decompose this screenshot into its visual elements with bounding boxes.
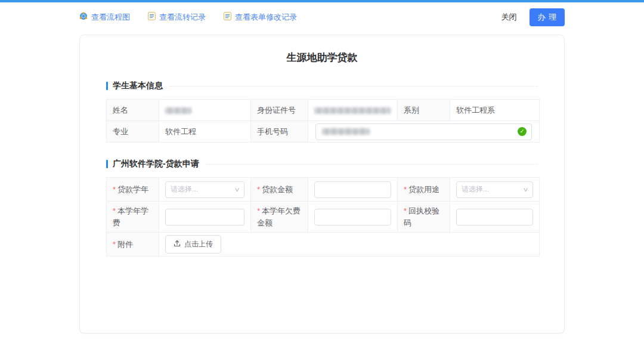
toolbar-actions: 关闭 办 理 xyxy=(501,8,565,26)
loan-year-cell: 请选择... ∨ xyxy=(159,178,251,202)
document-icon xyxy=(148,12,156,22)
loan-purpose-label-text: 贷款用途 xyxy=(408,185,439,194)
required-mark: * xyxy=(113,206,116,215)
attachment-label-text: 附件 xyxy=(117,240,133,249)
arrears-input[interactable] xyxy=(314,209,391,225)
phone-label: 手机号码 xyxy=(251,121,308,143)
loan-year-select[interactable]: 请选择... ∨ xyxy=(165,181,244,198)
section-accent-bar xyxy=(106,82,108,90)
section-divider xyxy=(170,86,538,86)
name-label: 姓名 xyxy=(107,100,159,121)
major-label: 专业 xyxy=(107,121,159,143)
loan-purpose-select[interactable]: 请选择... ∨ xyxy=(456,181,533,198)
view-flowchart-label: 查看流程图 xyxy=(91,12,130,23)
page-title: 生源地助学贷款 xyxy=(106,35,538,64)
arrears-label-text: 本学年欠费金额 xyxy=(257,206,301,227)
section-loan-application: 广州软件学院-贷款申请 xyxy=(106,159,538,169)
loan-application-table: *贷款学年 请选择... ∨ *贷款金额 *贷款用途 请选择... ∨ *本学年… xyxy=(106,177,540,256)
student-info-table: 姓名 身份证件号 系别 软件工程系 专业 软件工程 手机号码 ✓ xyxy=(106,99,540,143)
attachment-cell: 点击上传 xyxy=(159,233,540,256)
select-placeholder: 请选择... xyxy=(462,184,489,194)
process-button[interactable]: 办 理 xyxy=(530,8,565,26)
section-divider xyxy=(206,164,538,165)
department-value: 软件工程系 xyxy=(450,100,540,121)
upload-button-label: 点击上传 xyxy=(184,239,213,249)
loan-amount-label-text: 贷款金额 xyxy=(262,185,293,194)
section-accent-bar xyxy=(106,160,108,168)
table-row: *贷款学年 请选择... ∨ *贷款金额 *贷款用途 请选择... ∨ xyxy=(107,178,540,202)
loan-amount-cell xyxy=(308,178,398,202)
select-placeholder: 请选择... xyxy=(171,184,198,194)
required-mark: * xyxy=(113,185,116,194)
upload-button[interactable]: 点击上传 xyxy=(165,235,221,254)
tuition-label-text: 本学年学费 xyxy=(113,206,148,227)
required-mark: * xyxy=(404,206,407,215)
toolbar: 查看流程图 查看流转记录 查看表 xyxy=(0,2,644,32)
section-student-info-title: 学生基本信息 xyxy=(113,81,163,91)
chevron-down-icon: ∨ xyxy=(234,186,240,193)
tuition-label: *本学年学费 xyxy=(107,202,159,233)
phone-input[interactable]: ✓ xyxy=(315,123,532,140)
view-form-edit-records-label: 查看表单修改记录 xyxy=(235,12,297,23)
close-button[interactable]: 关闭 xyxy=(501,12,516,23)
section-loan-application-title: 广州软件学院-贷款申请 xyxy=(113,159,199,169)
receipt-code-label-text: 回执校验码 xyxy=(404,206,439,227)
required-mark: * xyxy=(113,240,116,249)
table-row: *附件 点击上传 xyxy=(107,233,540,256)
tuition-cell xyxy=(159,202,251,233)
loan-amount-input[interactable] xyxy=(314,181,391,198)
name-value xyxy=(159,100,251,121)
table-row: 专业 软件工程 手机号码 ✓ xyxy=(107,121,540,143)
table-row: 姓名 身份证件号 系别 软件工程系 xyxy=(107,100,540,121)
loan-year-label: *贷款学年 xyxy=(107,178,159,202)
department-label: 系别 xyxy=(398,100,450,121)
upload-icon xyxy=(174,240,181,249)
loan-purpose-label: *贷款用途 xyxy=(398,178,450,202)
chevron-down-icon: ∨ xyxy=(522,186,528,193)
receipt-code-input[interactable] xyxy=(456,209,533,225)
attachment-label: *附件 xyxy=(107,233,159,256)
document-icon xyxy=(224,12,231,22)
loan-amount-label: *贷款金额 xyxy=(251,178,308,202)
view-transfer-records-link[interactable]: 查看流转记录 xyxy=(148,12,206,23)
id-number-label: 身份证件号 xyxy=(251,100,308,121)
table-row: *本学年学费 *本学年欠费金额 *回执校验码 xyxy=(107,202,540,233)
required-mark: * xyxy=(404,185,407,194)
flowchart-icon xyxy=(79,12,88,22)
id-number-value xyxy=(308,100,398,121)
required-mark: * xyxy=(257,206,260,215)
view-transfer-records-label: 查看流转记录 xyxy=(159,12,206,23)
view-form-edit-records-link[interactable]: 查看表单修改记录 xyxy=(224,12,297,23)
major-value: 软件工程 xyxy=(159,121,251,143)
toolbar-links: 查看流程图 查看流转记录 查看表 xyxy=(79,12,297,23)
loan-year-label-text: 贷款学年 xyxy=(117,185,148,194)
required-mark: * xyxy=(257,185,260,194)
check-icon: ✓ xyxy=(518,127,527,136)
view-flowchart-link[interactable]: 查看流程图 xyxy=(79,12,130,23)
loan-purpose-cell: 请选择... ∨ xyxy=(450,178,540,202)
redacted-id-value xyxy=(314,107,391,114)
form-card: 生源地助学贷款 学生基本信息 姓名 身份证件号 系别 软件工程系 专业 软件工程… xyxy=(79,35,565,333)
tuition-input[interactable] xyxy=(165,209,244,225)
redacted-name-value xyxy=(165,107,191,114)
arrears-cell xyxy=(308,202,398,233)
redacted-phone-value xyxy=(322,128,370,135)
receipt-code-label: *回执校验码 xyxy=(398,202,450,233)
section-student-info: 学生基本信息 xyxy=(106,81,538,91)
phone-cell: ✓ xyxy=(308,121,540,143)
arrears-label: *本学年欠费金额 xyxy=(251,202,308,233)
receipt-code-cell xyxy=(450,202,540,233)
